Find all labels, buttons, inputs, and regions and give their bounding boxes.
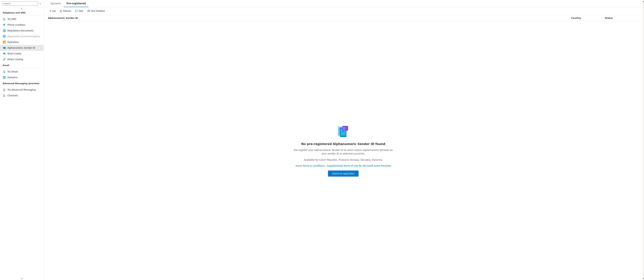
right-scrollbar: ▲ ▼ [643,0,644,280]
sidebar-item-phone-numbers[interactable]: # Phone numbers [0,22,44,28]
sidebar-item-label: Regulatory Documents [8,29,34,32]
empty-state-links: Azure Terms & Conditions - Supplemental … [296,164,391,167]
section-header-telephony: Telephony and SMS [0,10,44,15]
tab-dynamic[interactable]: Dynamic [48,0,64,7]
try-sms-icon: 📡 [3,18,6,21]
sidebar-item-label: Try Email [8,70,18,73]
svg-text:123: 123 [343,129,345,130]
links-separator: - [326,164,327,167]
section-divider-advanced-messaging [3,86,41,86]
tab-pre-registered[interactable]: Pre-registered [64,0,88,7]
sidebar-item-label: Domains [8,76,18,79]
release-button[interactable]: Release [58,9,73,13]
direct-routing-icon: 🔗 [3,58,6,61]
sidebar-item-regulatory-documents[interactable]: 🌐 Regulatory Documents [0,28,44,34]
supplemental-terms-link[interactable]: Supplemental Terms of Use for Microsoft … [327,164,391,167]
domains-icon: 🌐 [3,76,6,79]
sidebar-item-domains[interactable]: 🌐 Domains [0,75,44,80]
col-header-country: Country [571,17,605,19]
scroll-up-arrow[interactable]: ▲ [643,0,644,3]
empty-state-title: No pre-registered Alphanumeric Sender ID… [301,142,385,146]
empty-state: ABC 123 No pre-registered Alphanumeric S… [44,21,643,280]
sidebar-search-bar: « [0,0,44,7]
sidebar-item-operators[interactable]: 📶 Operators [0,39,44,45]
empty-state-description-line2: Available for Czech Republic, Finaland, … [304,158,383,162]
section-divider-email [3,68,41,68]
scroll-down-arrow[interactable]: ▼ [643,277,644,280]
sidebar-item-channels[interactable]: 📡 Channels [0,93,44,98]
sidebar-item-label: Phone numbers [8,24,25,26]
try-email-icon: 📡 [3,70,6,73]
help-icon [75,10,78,12]
sidebar-item-label: Alphanumeric Sender ID [8,47,35,49]
sidebar-item-label: Registered countries/regions [8,35,40,38]
svg-text:12: 12 [4,53,4,54]
get-button[interactable]: + Get [48,9,57,14]
submit-application-button[interactable]: Submit an application [328,171,359,177]
sidebar-item-try-sms[interactable]: 📡 Try SMS [0,16,44,22]
azure-terms-link[interactable]: Azure Terms & Conditions [296,164,324,167]
col-header-status: Status [605,17,638,19]
give-feedback-icon [87,10,90,12]
sidebar-item-label: Direct routing [8,58,23,61]
channels-icon: 📡 [3,94,6,97]
sidebar-item-label: Try SMS [8,18,16,21]
alphanumeric-sender-id-icon: AB [3,46,6,49]
sidebar-item-label: Channels [8,94,18,97]
regulatory-docs-icon: 🌐 [3,29,6,32]
svg-point-12 [88,10,90,11]
sidebar-item-try-advanced-messaging[interactable]: 📡 Try Advanced Messaging [0,87,44,93]
give-feedback-button[interactable]: Give feedback [86,9,107,13]
col-header-alphanumeric-sender-id: Alphanumeric Sender ID [48,17,571,19]
try-advanced-messaging-icon: 📡 [3,88,6,91]
operators-icon: 📶 [3,41,6,44]
get-icon: + [50,10,51,13]
section-header-email: Email [0,62,44,67]
sidebar-scroll-up-button[interactable]: ▲ [0,7,44,10]
short-codes-icon: 12 [3,52,6,55]
sidebar-item-try-email[interactable]: 📡 Try Email [0,69,44,75]
section-divider-telephony [3,15,41,16]
sidebar-item-direct-routing[interactable]: 🔗 Direct routing [0,56,44,62]
svg-point-11 [88,10,88,11]
empty-state-illustration: ABC 123 [336,124,350,138]
help-button[interactable]: Help [74,9,85,13]
sidebar-item-short-codes[interactable]: 12 Short Codes [0,51,44,56]
sidebar-item-label: Operators [8,41,19,43]
empty-state-description-line1: Pre-register your Alphanumeric Sender ID… [293,148,394,156]
sidebar-scroll-down-button[interactable]: ▼ [0,277,44,280]
sidebar-item-label: Try Advanced Messaging [8,88,36,91]
section-header-advanced-messaging: Advanced Messaging (preview) [0,80,44,85]
sidebar-item-alphanumeric-sender-id[interactable]: AB Alphanumeric Sender ID [0,45,44,51]
tabs-bar: Dynamic Pre-registered [44,0,643,7]
search-input[interactable] [2,1,38,6]
svg-rect-6 [60,11,62,12]
svg-text:ABC: ABC [343,127,345,128]
collapse-sidebar-button[interactable]: « [39,2,42,6]
sidebar: « ▲ Telephony and SMS 📡 Try SMS # Phone … [0,0,44,280]
main-content: Dynamic Pre-registered + Get Release [44,0,643,280]
toolbar: + Get Release Help [44,7,643,15]
sidebar-item-label: Short Codes [8,52,21,55]
sidebar-item-registered-countries: 🌐 Registered countries/regions [0,34,44,39]
registered-countries-icon: 🌐 [3,35,6,38]
release-icon [60,10,62,12]
svg-text:AB: AB [4,48,5,49]
svg-rect-9 [76,10,78,12]
phone-numbers-icon: # [3,23,6,26]
table-header: Alphanumeric Sender ID Country Status [44,15,643,21]
sidebar-nav: Telephony and SMS 📡 Try SMS # Phone numb… [0,10,44,277]
